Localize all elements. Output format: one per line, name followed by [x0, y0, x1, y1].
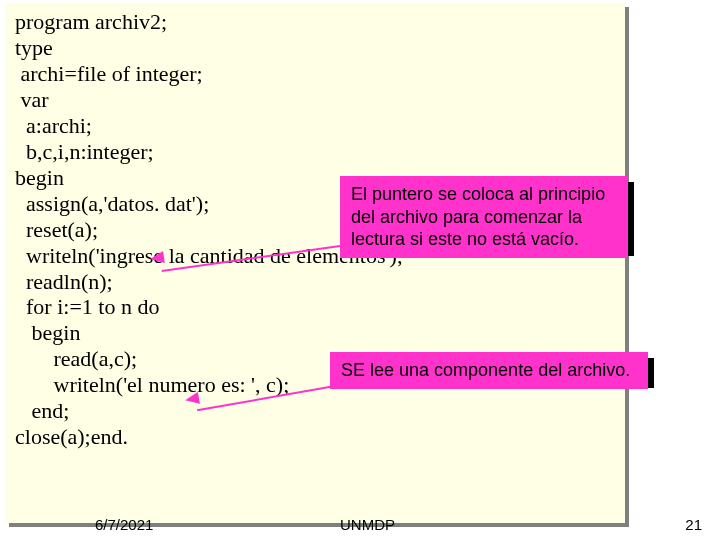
- code-line: b,c,i,n:integer;: [15, 139, 615, 165]
- code-line: for i:=1 to n do: [15, 294, 615, 320]
- arrow-head-icon: [149, 251, 165, 265]
- code-line: a:archi;: [15, 113, 615, 139]
- arrow-head-icon: [184, 392, 200, 406]
- code-line: program archiv2;: [15, 9, 615, 35]
- callout-read: SE lee una componente del archivo.: [330, 352, 648, 389]
- code-line: readln(n);: [15, 269, 615, 295]
- code-line: end;: [15, 398, 615, 424]
- code-block: program archiv2; type archi=file of inte…: [5, 3, 625, 523]
- footer-date: 6/7/2021: [95, 516, 153, 533]
- footer-page-number: 21: [685, 516, 702, 533]
- code-line: type: [15, 35, 615, 61]
- code-line: close(a);end.: [15, 424, 615, 450]
- code-line: archi=file of integer;: [15, 61, 615, 87]
- footer-center: UNMDP: [340, 516, 395, 533]
- callout-reset: El puntero se coloca al principio del ar…: [340, 176, 628, 258]
- code-line: var: [15, 87, 615, 113]
- code-line: begin: [15, 320, 615, 346]
